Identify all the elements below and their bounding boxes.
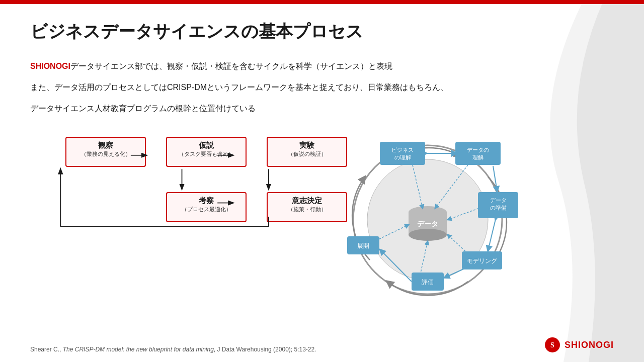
flow-box-kasetsu: 仮説 （タスク要否も含め） [166, 137, 247, 167]
shionogi-logo-text: SHIONOGI [565, 340, 614, 350]
shionogi-logo-icon: S [544, 337, 560, 353]
intro-line1: SHIONOGIデータサイエンス部では、観察・仮説・検証を含むサイクルを科学（サ… [30, 58, 614, 74]
flow-box-kansat-sub: （業務の見える化） [71, 150, 140, 158]
citation-text: Shearer C., The CRISP-DM model: the new … [30, 346, 316, 353]
flow-box-kasetsu-title: 仮説 [172, 141, 240, 150]
flow-box-kosatsu-sub: （プロセス最適化） [172, 206, 240, 213]
main-area: 観察 （業務の見える化） 仮説 （タスク要否も含め） 実験 （仮説の検証） 考察… [30, 127, 614, 298]
slide-title: ビジネスデータサイエンスの基本プロセス [30, 20, 614, 43]
footer: Shearer C., The CRISP-DM model: the new … [30, 337, 614, 353]
flow-box-kosatsu: 考察 （プロセス最適化） [166, 192, 247, 222]
intro-line2: また、データ活用のプロセスとしてはCRISP-DMというフレームワークを基本と捉… [30, 79, 614, 96]
svg-text:評価: 評価 [422, 279, 434, 286]
flow-box-kansat: 観察 （業務の見える化） [65, 137, 146, 167]
flow-box-kasetsu-sub: （タスク要否も含め） [172, 150, 240, 158]
intro-line1-rest: データサイエンス部では、観察・仮説・検証を含むサイクルを科学（サイエンス）と表現 [70, 62, 392, 70]
svg-line-28 [488, 219, 496, 250]
svg-text:モデリング: モデリング [467, 257, 498, 264]
brand-text: SHIONOGI [30, 62, 70, 70]
slide-content: ビジネスデータサイエンスの基本プロセス SHIONOGIデータサイエンス部では、… [0, 0, 644, 308]
svg-text:展開: 展開 [357, 242, 369, 249]
svg-text:データ: データ [490, 197, 507, 203]
header-bar [0, 0, 644, 4]
logo-area: S SHIONOGI [544, 337, 614, 353]
svg-point-9 [409, 229, 447, 241]
svg-text:理解: 理解 [472, 154, 484, 160]
svg-rect-11 [380, 142, 425, 165]
svg-rect-14 [455, 142, 501, 165]
crisp-diagram: データ ビジネス の理解 データの 理解 データ の準備 モデリング 評価 [322, 127, 523, 298]
citation: Shearer C., The CRISP-DM model: the new … [30, 346, 316, 353]
svg-text:データの: データの [467, 147, 489, 153]
flow-diagram: 観察 （業務の見える化） 仮説 （タスク要否も含め） 実験 （仮説の検証） 考察… [30, 127, 312, 257]
svg-text:S: S [550, 341, 554, 349]
flow-box-kansat-title: 観察 [71, 141, 140, 150]
svg-text:データ: データ [417, 220, 438, 228]
flow-box-kosatsu-title: 考察 [172, 196, 240, 206]
intro-line3: データサイエンス人材教育プログラムの根幹と位置付けている [30, 101, 614, 117]
crisp-svg: データ ビジネス の理解 データの 理解 データ の準備 モデリング 評価 [322, 127, 523, 298]
svg-text:の理解: の理解 [394, 154, 411, 160]
svg-text:ビジネス: ビジネス [391, 147, 414, 153]
svg-text:の準備: の準備 [490, 205, 507, 211]
